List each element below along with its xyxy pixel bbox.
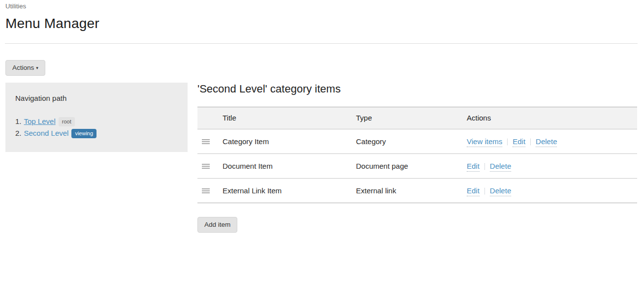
header-divider (5, 43, 638, 44)
table-row: Category Item Category View itemsEditDel… (197, 129, 637, 154)
action-separator (484, 188, 485, 194)
drag-handle-icon[interactable] (202, 139, 210, 144)
item-type: External link (356, 179, 467, 203)
drag-handle-icon[interactable] (202, 188, 210, 193)
content-area: Navigation path 1.Top Levelroot 2.Second… (5, 83, 637, 233)
header-cell-title: Title (223, 107, 356, 129)
add-item-button[interactable]: Add item (197, 217, 237, 233)
item-title: Document Item (223, 154, 356, 179)
item-type: Category (356, 129, 467, 154)
item-title: Category Item (223, 129, 356, 154)
edit-link[interactable]: Edit (467, 162, 480, 172)
header-cell-handle (197, 107, 223, 129)
add-item-wrap: Add item (197, 217, 637, 233)
nav-path-item-second-level: 2.Second Levelviewing (15, 128, 178, 138)
action-separator (530, 139, 531, 145)
caret-down-icon: ▾ (36, 65, 38, 70)
toolbar: Actions▾ (5, 60, 644, 76)
header-cell-actions: Actions (467, 107, 637, 129)
main-panel: 'Second Level' category items Title Type… (197, 83, 637, 233)
section-heading: 'Second Level' category items (197, 83, 637, 95)
table-header: Title Type Actions (197, 107, 637, 129)
list-number: 1. (15, 117, 22, 125)
header-cell-type: Type (356, 107, 467, 129)
action-separator (484, 163, 485, 170)
nav-link-top-level[interactable]: Top Level (24, 117, 56, 125)
table-header-row: Title Type Actions (197, 107, 637, 129)
navigation-path-panel: Navigation path 1.Top Levelroot 2.Second… (5, 83, 188, 152)
actions-dropdown-button[interactable]: Actions▾ (5, 60, 45, 76)
item-actions: EditDelete (467, 154, 637, 179)
table-row: External Link Item External link EditDel… (197, 179, 637, 203)
page-title: Menu Manager (5, 15, 637, 31)
drag-handle-icon[interactable] (202, 164, 210, 169)
action-separator (507, 139, 508, 145)
nav-link-second-level[interactable]: Second Level (24, 129, 69, 137)
item-title: External Link Item (223, 179, 356, 203)
nav-path-item-top-level: 1.Top Levelroot (15, 117, 178, 126)
breadcrumb: Utilities (5, 2, 637, 10)
item-actions: EditDelete (467, 179, 637, 203)
delete-link[interactable]: Delete (490, 186, 511, 196)
item-actions: View itemsEditDelete (467, 129, 637, 154)
navigation-path-list: 1.Top Levelroot 2.Second Levelviewing (15, 117, 178, 138)
list-number: 2. (15, 129, 22, 137)
root-badge: root (59, 117, 75, 126)
page-header: Utilities Menu Manager (0, 0, 644, 31)
items-table: Title Type Actions Category Item Categor… (197, 107, 637, 203)
table-row: Document Item Document page EditDelete (197, 154, 637, 179)
edit-link[interactable]: Edit (467, 186, 480, 196)
delete-link[interactable]: Delete (490, 162, 511, 172)
delete-link[interactable]: Delete (536, 137, 557, 147)
view-items-link[interactable]: View items (467, 137, 502, 147)
navigation-path-title: Navigation path (15, 94, 178, 103)
edit-link[interactable]: Edit (513, 137, 525, 147)
viewing-badge: viewing (71, 129, 97, 138)
item-type: Document page (356, 154, 467, 179)
actions-dropdown-label: Actions (12, 64, 34, 71)
